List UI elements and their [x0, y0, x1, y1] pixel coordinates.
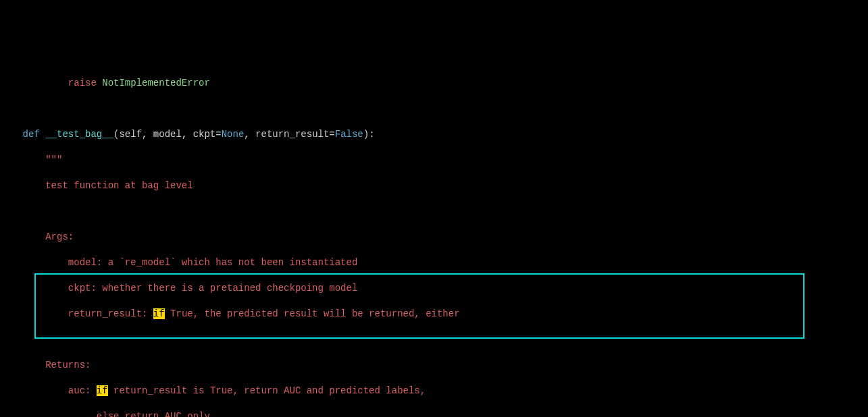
exception-name: NotImplementedError [102, 78, 210, 88]
code-line: def __test_bag__(self, model, ckpt=None,… [0, 128, 868, 141]
function-name: __test_bag__ [45, 129, 113, 140]
docstring: model: a `re_model` which has not been i… [68, 257, 357, 268]
code-container: raise NotImplementedError def __test_bag… [0, 64, 868, 417]
keyword-if-highlighted: if [97, 385, 108, 396]
keyword-def: def [23, 129, 40, 140]
keyword-raise: raise [68, 78, 97, 88]
code-line: Returns: [0, 359, 868, 372]
code-line: """ [0, 154, 868, 167]
code-line: return_result: if True, the predicted re… [0, 308, 868, 321]
docstring: auc: [68, 385, 97, 396]
docstring: test function at bag level [45, 180, 193, 191]
docstring: True, the predicted result will be retur… [165, 308, 460, 319]
code-line: model: a `re_model` which has not been i… [0, 256, 868, 269]
docstring: """ [45, 155, 62, 165]
code-line: else return AUC only [0, 410, 868, 417]
code-line [0, 103, 868, 115]
code-line [0, 333, 868, 346]
docstring: Returns: [45, 360, 91, 370]
code-line: raise NotImplementedError [0, 77, 868, 90]
docstring: return_result: [68, 308, 153, 319]
code-line: Args: [0, 231, 868, 244]
docstring: ckpt: whether there is a pretained check… [68, 283, 357, 294]
code-line: auc: if return_result is True, return AU… [0, 385, 868, 397]
docstring: return_result is True, return AUC and pr… [108, 385, 426, 396]
docstring: else return AUC only [97, 411, 210, 417]
code-line: ckpt: whether there is a pretained check… [0, 282, 868, 295]
keyword-if-highlighted: if [153, 308, 165, 319]
keyword-false: False [335, 129, 363, 140]
code-editor[interactable]: raise NotImplementedError def __test_bag… [0, 51, 868, 417]
code-line: test function at bag level [0, 179, 868, 192]
indent [0, 78, 68, 88]
keyword-none: None [222, 129, 245, 140]
code-line [0, 205, 868, 218]
docstring: Args: [45, 231, 74, 242]
